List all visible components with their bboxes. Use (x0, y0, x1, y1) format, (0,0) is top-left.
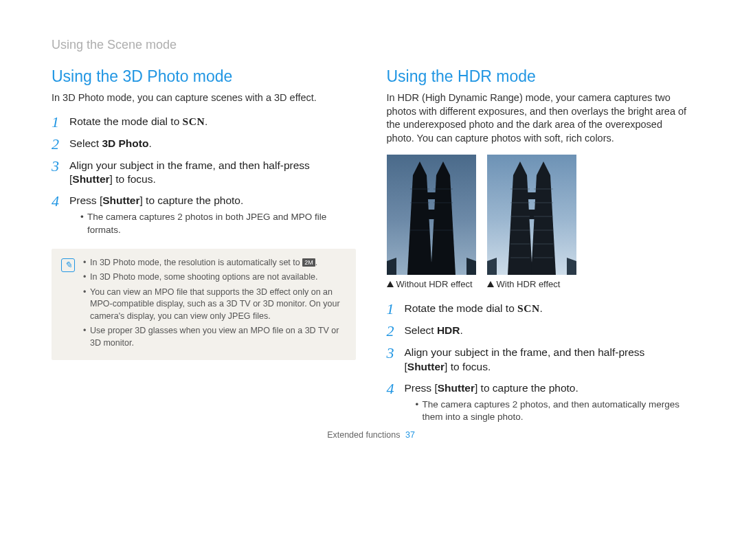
svg-rect-15 (527, 192, 537, 199)
step-text: Select HDR. (405, 324, 463, 338)
note-item: In 3D Photo mode, some shooting options … (83, 271, 344, 284)
page-number: 37 (405, 430, 415, 440)
caption-text: With HDR effect (497, 279, 561, 289)
step-number: 4 (52, 194, 69, 209)
step-text: Align your subject in the frame, and the… (69, 159, 356, 188)
bold-text: 3D Photo (102, 137, 148, 149)
step-number: 3 (52, 159, 69, 174)
note-icon: ✎ (61, 258, 75, 272)
caption: Without HDR effect (387, 279, 476, 291)
right-column: Using the HDR mode In HDR (High Dynamic … (387, 67, 691, 432)
step-1: 1 Rotate the mode dial to SCN. (387, 302, 691, 317)
caption: With HDR effect (487, 279, 576, 291)
photo-without-hdr: Without HDR effect (387, 155, 476, 291)
bold-text: Shutter (102, 194, 139, 206)
triangle-up-icon (387, 281, 394, 287)
scn-icon: SCN (183, 115, 205, 127)
note-item: You can view an MPO file that supports t… (83, 287, 344, 323)
svg-rect-2 (425, 210, 438, 219)
step-4: 4 Press [Shutter] to capture the photo. … (52, 194, 356, 237)
text: ] to focus. (445, 361, 491, 372)
intro-hdr: In HDR (High Dynamic Range) mode, your c… (387, 91, 691, 145)
steps-hdr: 1 Rotate the mode dial to SCN. 2 Select … (387, 302, 691, 425)
scn-icon: SCN (517, 302, 540, 314)
step-2: 2 Select 3D Photo. (52, 137, 356, 152)
text: In 3D Photo mode, the resolution is auto… (90, 258, 302, 267)
sub-bullets: The camera captures 2 photos, and then a… (405, 399, 691, 423)
step-number: 4 (387, 381, 405, 396)
step-number: 3 (387, 346, 405, 361)
svg-marker-17 (567, 258, 576, 275)
resolution-chip-icon: 2M (302, 258, 315, 267)
sub-bullet: The camera captures 2 photos, and then a… (416, 399, 691, 423)
note-list: In 3D Photo mode, the resolution is auto… (83, 257, 344, 352)
text: ] to capture the photo. (139, 194, 243, 206)
bold-text: Shutter (438, 382, 475, 394)
bold-text: Shutter (407, 361, 445, 372)
step-4: 4 Press [Shutter] to capture the photo. … (387, 381, 691, 425)
note-item: In 3D Photo mode, the resolution is auto… (83, 257, 344, 269)
text: . (148, 137, 151, 149)
step-3: 3 Align your subject in the frame, and t… (52, 159, 356, 188)
step-text: Press [Shutter] to capture the photo. Th… (405, 381, 691, 425)
step-number: 1 (387, 302, 405, 317)
photo-with-hdr: With HDR effect (487, 155, 576, 291)
comparison-photos: Without HDR effect (387, 155, 691, 291)
two-column-layout: Using the 3D Photo mode In 3D Photo mode… (52, 67, 690, 432)
tower-illustration (387, 155, 476, 275)
text: . (205, 115, 207, 127)
bold-text: Shutter (72, 173, 109, 185)
manual-page: Using the Scene mode Using the 3D Photo … (0, 0, 742, 459)
intro-3d: In 3D Photo mode, you can capture scenes… (52, 91, 356, 105)
svg-rect-14 (526, 210, 538, 219)
sample-image (487, 155, 576, 275)
section-title-hdr: Using the HDR mode (387, 67, 691, 86)
triangle-up-icon (487, 281, 494, 287)
svg-marker-5 (466, 258, 476, 275)
note-item: Use proper 3D glasses when you view an M… (83, 325, 344, 349)
step-text: Rotate the mode dial to SCN. (69, 115, 207, 129)
breadcrumb: Using the Scene mode (52, 38, 690, 52)
text: Rotate the mode dial to (69, 115, 183, 127)
text: . (315, 258, 317, 267)
step-text: Align your subject in the frame, and the… (405, 346, 691, 374)
step-3: 3 Align your subject in the frame, and t… (387, 346, 691, 374)
text: ] to capture the photo. (475, 382, 578, 394)
step-text: Select 3D Photo. (69, 137, 152, 151)
step-number: 2 (52, 137, 69, 152)
svg-marker-16 (487, 258, 497, 275)
step-1: 1 Rotate the mode dial to SCN. (52, 115, 356, 130)
svg-rect-3 (427, 192, 436, 199)
text: . (540, 302, 543, 314)
text: Select (405, 324, 437, 336)
tower-illustration (487, 155, 576, 275)
step-2: 2 Select HDR. (387, 324, 691, 339)
text: Rotate the mode dial to (405, 302, 518, 314)
text: . (460, 324, 462, 336)
text: Press [ (69, 194, 102, 206)
left-column: Using the 3D Photo mode In 3D Photo mode… (52, 67, 356, 432)
note-box: ✎ In 3D Photo mode, the resolution is au… (52, 249, 356, 361)
step-number: 2 (387, 324, 405, 339)
step-text: Rotate the mode dial to SCN. (405, 302, 543, 316)
bold-text: HDR (437, 324, 460, 336)
step-number: 1 (52, 115, 69, 130)
page-footer: Extended functions 37 (0, 430, 742, 440)
sub-bullets: The camera captures 2 photos in both JPE… (69, 211, 356, 236)
footer-section: Extended functions (327, 430, 400, 440)
caption-text: Without HDR effect (396, 279, 473, 289)
text: Press [ (405, 382, 438, 394)
sample-image (387, 155, 476, 275)
text: ] to focus. (110, 173, 156, 185)
steps-3d: 1 Rotate the mode dial to SCN. 2 Select … (52, 115, 356, 238)
sub-bullet: The camera captures 2 photos in both JPE… (80, 211, 356, 236)
section-title-3d: Using the 3D Photo mode (52, 67, 356, 86)
step-text: Press [Shutter] to capture the photo. Th… (69, 194, 356, 237)
svg-marker-4 (387, 258, 396, 275)
text: Select (69, 137, 102, 149)
